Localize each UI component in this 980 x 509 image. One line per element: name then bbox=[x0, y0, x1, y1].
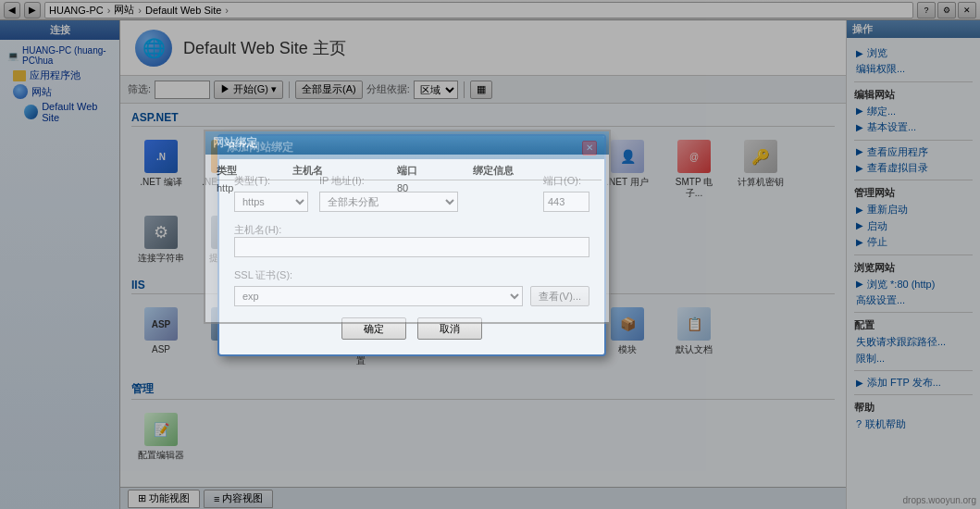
col-port: 端口 bbox=[393, 162, 469, 180]
col-type: 类型 bbox=[213, 162, 289, 180]
bindings-table-header-row: 类型 主机名 端口 绑定信息 bbox=[213, 162, 602, 180]
modal-overlay: 网站绑定 类型 主机名 端口 绑定信息 http 80 bbox=[0, 0, 980, 509]
background-dialog: 网站绑定 类型 主机名 端口 绑定信息 http 80 bbox=[204, 130, 611, 324]
bg-dialog-body: 类型 主机名 端口 绑定信息 http 80 bbox=[205, 155, 609, 203]
col-hostname: 主机名 bbox=[289, 162, 393, 180]
cell-type: http bbox=[213, 180, 289, 196]
cell-port: 80 bbox=[393, 180, 469, 196]
cell-info bbox=[469, 180, 602, 196]
bindings-table: 类型 主机名 端口 绑定信息 http 80 bbox=[213, 162, 602, 195]
col-info: 绑定信息 bbox=[469, 162, 602, 180]
bg-dialog-title: 网站绑定 bbox=[205, 131, 609, 155]
table-row: http 80 bbox=[213, 180, 602, 196]
cell-hostname bbox=[289, 180, 393, 196]
bindings-table-body: http 80 bbox=[213, 180, 602, 196]
bindings-table-head: 类型 主机名 端口 绑定信息 bbox=[213, 162, 602, 180]
